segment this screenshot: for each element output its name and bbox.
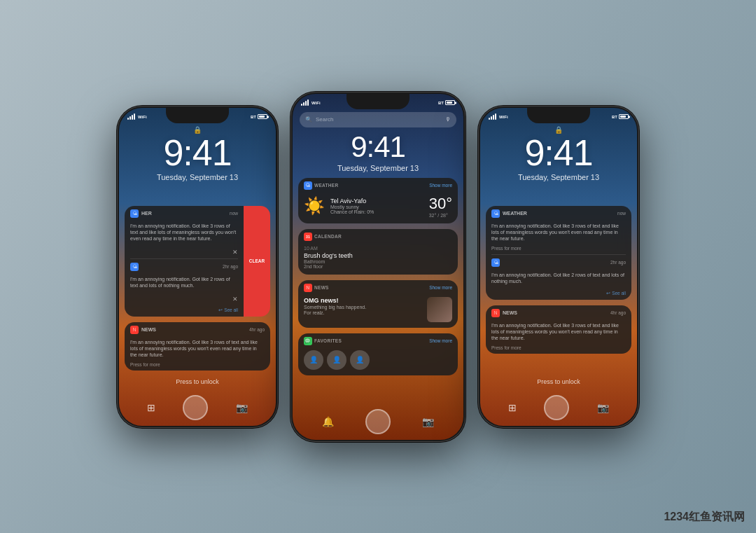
home-button-middle[interactable] <box>365 409 391 434</box>
bottom-bar-middle: 🔔 📷 <box>293 409 463 434</box>
news-show-more[interactable]: Show more <box>429 285 452 290</box>
bottom-bar-right: ⊞ 📷 <box>480 395 637 420</box>
weather-temp: 30° <box>429 195 452 213</box>
widgets-middle: 🌤 WEATHER Show more ☀️ Tel Aviv-Yafo Mos… <box>298 178 458 381</box>
fav-contact-2: 👤 <box>327 350 346 370</box>
fav-contact-3: 👤 <box>350 350 370 370</box>
cal-floor: 2nd floor <box>304 264 452 269</box>
home-button-left[interactable] <box>183 395 208 420</box>
news-headline: OMG news! <box>304 297 423 304</box>
weather-rain: Chance of Rain: 0% <box>330 209 424 214</box>
weather-notif-right: 🌤 WEATHER now I'm an annoying notificati… <box>486 206 631 300</box>
news-notif-right: N NEWS 4hr ago I'm an annoying notificat… <box>486 305 631 354</box>
notif-group-swipe: 🌤 HER now I'm an annoying notification. … <box>125 206 270 317</box>
notifications-right: 🌤 WEATHER now I'm an annoying notificati… <box>486 206 631 360</box>
notch-right <box>527 108 590 123</box>
news-thumbnail <box>427 297 452 322</box>
press-unlock-right: Press to unlock <box>480 378 637 385</box>
date-middle: Tuesday, September 13 <box>293 164 463 172</box>
notch-middle <box>346 94 410 109</box>
calendar-widget: 31 CALENDAR 10 AM Brush dog's teeth Bath… <box>298 229 458 275</box>
fav-contact-1: 👤 <box>304 350 323 370</box>
mic-icon: 🎙 <box>445 116 451 123</box>
home-button-right[interactable] <box>544 395 569 420</box>
press-unlock-left: Press to unlock <box>119 378 276 385</box>
see-all-right: See all <box>612 291 626 296</box>
search-bar[interactable]: 🔍 Search 🎙 <box>300 112 456 127</box>
watermark: 1234红鱼资讯网 <box>664 510 745 525</box>
search-icon: 🔍 <box>305 116 312 123</box>
multitask-icon: ⊞ <box>147 402 155 413</box>
time-middle: 9:41 <box>293 132 463 162</box>
search-placeholder: Search <box>316 116 442 123</box>
news-subline2: For realz. <box>304 310 423 315</box>
camera-icon-middle: 📷 <box>422 416 434 427</box>
date-right: Tuesday, September 13 <box>480 173 637 181</box>
time-left: 9:41 <box>119 134 276 171</box>
notifications-left: 🌤 HER now I'm an annoying notification. … <box>125 206 270 377</box>
favorites-widget: 💬 FAVORITES Show more 👤 👤 👤 <box>298 333 458 375</box>
see-all-left: See all <box>224 307 238 312</box>
iphone-middle: WiFi BT 🔍 Search 🎙 9:41 Tuesday, Septemb… <box>290 92 465 442</box>
weather-city: Tel Aviv-Yafo <box>330 198 424 205</box>
calendar-label: CALENDAR <box>314 234 342 239</box>
clear-button-left[interactable]: CLEAR <box>244 206 270 317</box>
date-left: Tuesday, September 13 <box>119 173 276 181</box>
cal-time: 10 AM <box>304 246 452 251</box>
camera-icon-right: 📷 <box>597 402 609 413</box>
bottom-bar-left: ⊞ 📷 <box>119 395 276 420</box>
cal-title: Brush dog's teeth <box>304 252 452 259</box>
favorites-label: FAVORITES <box>314 338 342 343</box>
time-right: 9:41 <box>480 134 637 171</box>
news-widget: N NEWS Show more OMG news! Something big… <box>298 280 458 328</box>
news-subline: Something big has happend. <box>304 305 423 310</box>
time-display-left: 9:41 Tuesday, September 13 <box>119 134 276 181</box>
weather-range: 32° / 28° <box>429 213 452 218</box>
iphone-right: WiFi BT 🔒 9:41 Tuesday, September 13 <box>478 106 639 428</box>
news-notif-left: N NEWS 4hr ago I'm an annoying notificat… <box>125 322 270 371</box>
weather-desc: Mostly sunny <box>330 205 424 209</box>
news-label: NEWS <box>314 285 329 290</box>
cal-location: Bathroom <box>304 259 452 264</box>
weather-show-more[interactable]: Show more <box>429 183 452 188</box>
favorites-show-more[interactable]: Show more <box>429 338 452 343</box>
notch-left <box>166 108 229 123</box>
press-more-left: Press for more <box>125 362 270 371</box>
time-display-right: 9:41 Tuesday, September 13 <box>480 134 637 181</box>
time-display-middle: 9:41 Tuesday, September 13 <box>293 132 463 172</box>
iphone-left: WiFi BT 🔒 9:41 Tuesday, September 13 <box>117 106 278 428</box>
weather-widget: 🌤 WEATHER Show more ☀️ Tel Aviv-Yafo Mos… <box>298 178 458 223</box>
weather-label: WEATHER <box>314 183 338 188</box>
weather-icon-big: ☀️ <box>304 196 325 216</box>
bell-icon: 🔔 <box>322 416 334 427</box>
camera-icon-left: 📷 <box>236 402 248 413</box>
phones-container: WiFi BT 🔒 9:41 Tuesday, September 13 <box>103 78 653 456</box>
multitask-icon-right: ⊞ <box>508 402 517 413</box>
